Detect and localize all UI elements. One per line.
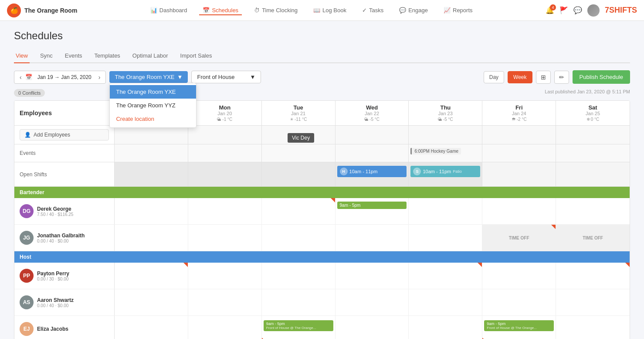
derek-fri[interactable] <box>482 198 556 224</box>
eliza-fri[interactable]: 9am - 5pm Front of House @ The Orange... <box>482 316 556 339</box>
eliza-thu[interactable] <box>409 316 482 339</box>
tab-view[interactable]: View <box>14 49 30 63</box>
chat-button[interactable]: 💬 <box>573 6 582 14</box>
payton-thu[interactable] <box>409 263 482 289</box>
tab-optimal-labor[interactable]: Optimal Labor <box>131 49 170 63</box>
jonathan-wed[interactable] <box>336 225 409 251</box>
jonathan-sat[interactable]: TIME OFF <box>556 225 630 251</box>
department-dropdown[interactable]: Front of House ▼ <box>191 71 261 83</box>
user-avatar[interactable] <box>587 4 600 17</box>
publish-schedule-button[interactable]: Publish Schedule <box>573 70 630 84</box>
notifications-button[interactable]: 🔔 4 <box>546 6 554 14</box>
week-view-button[interactable]: Week <box>508 71 532 83</box>
open-shift-sun[interactable] <box>115 162 188 186</box>
nav-schedules[interactable]: 📅 Schedules <box>199 5 242 15</box>
payton-tue[interactable] <box>262 263 336 289</box>
dropdown-item-yyz[interactable]: The Orange Room YYZ <box>110 99 196 112</box>
chevron-down-icon: ▼ <box>250 74 256 80</box>
events-sat[interactable] <box>556 144 630 162</box>
nav-log-book[interactable]: 📖 Log Book <box>310 5 350 15</box>
payton-sat[interactable] <box>556 263 630 289</box>
create-location-button[interactable]: Create location <box>110 112 196 126</box>
aaron-thu[interactable] <box>409 289 482 315</box>
weather-tue: ☀ -11 °C <box>266 117 331 122</box>
shift-avatar-h: H <box>340 168 348 175</box>
aaron-sat[interactable] <box>556 289 630 315</box>
location-dropdown-menu: The Orange Room YXE The Orange Room YYZ … <box>109 83 197 128</box>
location-dropdown[interactable]: The Orange Room YXE ▼ <box>109 71 188 83</box>
aaron-mon[interactable] <box>188 289 262 315</box>
bartender-role-header: Bartender <box>14 187 630 198</box>
open-shift-mon[interactable] <box>188 162 262 186</box>
aaron-tue[interactable] <box>262 289 336 315</box>
tab-events[interactable]: Events <box>63 49 84 63</box>
page-content: Schedules View Sync Events Templates Opt… <box>0 21 644 339</box>
day-view-button[interactable]: Day <box>484 71 504 83</box>
derek-avatar: DG <box>20 204 34 218</box>
jonathan-tue[interactable] <box>262 225 336 251</box>
flag-button[interactable]: 🚩 <box>559 6 568 14</box>
aaron-fri[interactable] <box>482 289 556 315</box>
aaron-wed[interactable] <box>336 289 409 315</box>
day-name-wed: Wed <box>340 104 404 111</box>
tab-templates[interactable]: Templates <box>93 49 122 63</box>
payton-fri[interactable] <box>482 263 556 289</box>
events-fri[interactable] <box>482 144 556 162</box>
jonathan-fri[interactable]: TIME OFF <box>482 225 556 251</box>
eliza-mon[interactable] <box>188 316 262 339</box>
nav-right-actions: 🔔 4 🚩 💬 7SHIFTS <box>546 4 637 17</box>
next-week-button[interactable]: › <box>97 73 102 82</box>
nav-dashboard[interactable]: 📊 Dashboard <box>147 5 191 15</box>
derek-sat[interactable] <box>556 198 630 224</box>
open-shift-tue[interactable] <box>262 162 336 186</box>
add-emp-thu <box>409 126 482 144</box>
nav-items: 📊 Dashboard 📅 Schedules ⏱ Time Clocking … <box>88 5 535 15</box>
events-wed[interactable] <box>336 144 409 162</box>
tab-sync[interactable]: Sync <box>38 49 54 63</box>
events-thu[interactable]: 6:00PM Hockey Game <box>409 144 482 162</box>
open-shift-thu[interactable]: S 10am - 11pm Patio <box>409 162 482 186</box>
toolbar: ‹ 📅 Jan 19 → Jan 25, 2020 › The Orange R… <box>14 70 630 84</box>
aaron-sun[interactable] <box>115 289 188 315</box>
log-book-icon: 📖 <box>313 7 320 14</box>
eliza-tue[interactable]: 9am - 5pm Front of House @ The Orange... <box>262 316 336 339</box>
plus-icon: 👤 <box>24 132 31 138</box>
derek-wed[interactable]: 9am - 5pm <box>336 198 409 224</box>
dropdown-item-yxe[interactable]: The Orange Room YXE <box>110 85 196 99</box>
shift-avatar-s: S <box>413 168 421 175</box>
eliza-sat[interactable] <box>556 316 630 339</box>
payton-wed[interactable] <box>336 263 409 289</box>
derek-tue[interactable] <box>262 198 336 224</box>
payton-mon[interactable] <box>188 263 262 289</box>
jonathan-sun[interactable] <box>115 225 188 251</box>
open-shift-fri[interactable] <box>482 162 556 186</box>
payton-info: PP Payton Perry 0.00 / 30 · $0.00 <box>14 263 115 289</box>
derek-thu[interactable] <box>409 198 482 224</box>
add-employees-button[interactable]: 👤 Add Employees <box>20 129 109 140</box>
open-shift-sat[interactable] <box>556 162 630 186</box>
derek-sun[interactable] <box>115 198 188 224</box>
pencil-button[interactable]: ✏ <box>554 71 569 84</box>
nav-time-clocking[interactable]: ⏱ Time Clocking <box>251 5 301 15</box>
jonathan-mon[interactable] <box>188 225 262 251</box>
brand-logo: 7SHIFTS <box>605 6 637 15</box>
tab-import-sales[interactable]: Import Sales <box>179 49 214 63</box>
top-navigation: 🍊 The Orange Room 📊 Dashboard 📅 Schedule… <box>0 0 644 21</box>
eliza-sun[interactable] <box>115 316 188 339</box>
grid-view-button[interactable]: ⊞ <box>536 71 551 84</box>
events-mon[interactable] <box>188 144 262 162</box>
nav-engage[interactable]: 💬 Engage <box>396 5 431 15</box>
logo-area[interactable]: 🍊 The Orange Room <box>7 3 77 17</box>
reports-icon: 📈 <box>444 7 451 14</box>
eliza-wed[interactable] <box>336 316 409 339</box>
prev-week-button[interactable]: ‹ <box>18 73 24 82</box>
derek-mon[interactable] <box>188 198 262 224</box>
nav-tasks[interactable]: ✓ Tasks <box>359 5 387 15</box>
nav-reports[interactable]: 📈 Reports <box>440 5 476 15</box>
events-tue[interactable] <box>262 144 336 162</box>
events-sun[interactable] <box>115 144 188 162</box>
open-shift-wed[interactable]: H 10am - 11pm <box>336 162 409 186</box>
jonathan-thu[interactable] <box>409 225 482 251</box>
derek-wed-shift: 9am - 5pm <box>337 202 407 209</box>
payton-sun[interactable] <box>115 263 188 289</box>
